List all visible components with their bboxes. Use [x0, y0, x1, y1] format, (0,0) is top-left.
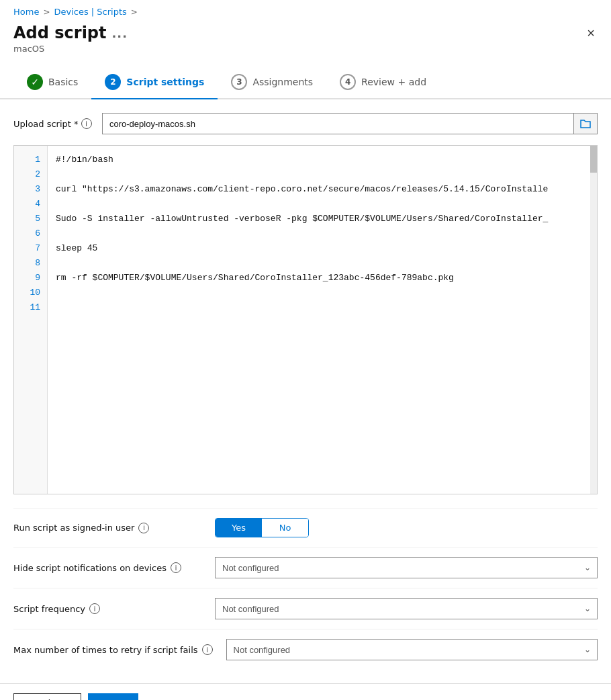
breadcrumb-home[interactable]: Home [13, 7, 39, 17]
upload-script-label-text: Upload script * [13, 119, 79, 129]
breadcrumb-sep2: > [131, 7, 138, 17]
frequency-label: Script frequency i [13, 603, 201, 614]
close-button[interactable]: × [584, 24, 598, 42]
steps-bar: ✓ Basics 2 Script settings 3 Assignments… [0, 60, 611, 99]
upload-script-input[interactable] [102, 113, 573, 134]
signed-in-user-control: Yes No [215, 518, 598, 537]
code-line [56, 197, 589, 212]
step-3-num: 3 [231, 74, 247, 90]
code-line: rm -rf $COMPUTER/$VOLUME/Users/Shared/Co… [56, 271, 589, 286]
frequency-control: Not configured Every 1 hour Every 6 hour… [215, 598, 598, 619]
hide-notifications-label: Hide script notifications on devices i [13, 562, 201, 573]
page-title-text: Add script [13, 24, 107, 42]
code-line [56, 286, 589, 300]
line-number: 7 [28, 241, 47, 256]
next-button[interactable]: Next [88, 693, 138, 700]
main-content: Upload script * i 1234567891011 #!/bin/b… [0, 99, 611, 683]
frequency-info-icon[interactable]: i [89, 603, 100, 614]
hide-notifications-info-icon[interactable]: i [171, 562, 181, 573]
setting-hide-notifications-row: Hide script notifications on devices i N… [13, 547, 598, 588]
line-number: 3 [28, 182, 47, 197]
line-number: 11 [23, 300, 47, 315]
step-4-num: 4 [340, 74, 356, 90]
page-subtitle: macOS [13, 44, 128, 54]
step-assignments[interactable]: 3 Assignments [218, 67, 326, 99]
retry-info-icon[interactable]: i [202, 644, 213, 655]
signed-in-user-label-text: Run script as signed-in user [13, 523, 134, 533]
retry-control: Not configured 1 2 3 ⌄ [226, 639, 598, 660]
more-options-button[interactable]: ... [112, 26, 128, 40]
hide-notifications-label-text: Hide script notifications on devices [13, 563, 167, 573]
step-1-checkmark: ✓ [27, 74, 43, 90]
step-basics[interactable]: ✓ Basics [13, 67, 91, 99]
signed-in-user-info-icon[interactable]: i [138, 523, 149, 533]
toggle-yes[interactable]: Yes [216, 519, 262, 537]
step-3-label: Assignments [252, 77, 313, 87]
step-4-label: Review + add [361, 77, 426, 87]
retry-select[interactable]: Not configured 1 2 3 [226, 639, 598, 660]
frequency-select[interactable]: Not configured Every 1 hour Every 6 hour… [215, 598, 598, 619]
line-numbers: 1234567891011 [14, 146, 48, 494]
hide-notifications-control: Not configured Yes No ⌄ [215, 557, 598, 578]
header-left: Add script ... macOS [13, 24, 128, 54]
step-2-num: 2 [105, 74, 121, 90]
line-number: 10 [23, 286, 47, 300]
step-1-label: Basics [48, 77, 78, 87]
setting-signed-in-user-row: Run script as signed-in user i Yes No [13, 508, 598, 547]
signed-in-user-label: Run script as signed-in user i [13, 523, 201, 533]
breadcrumb-devices-scripts[interactable]: Devices | Scripts [54, 7, 126, 17]
breadcrumb: Home > Devices | Scripts > [0, 0, 611, 21]
code-line: #!/bin/bash [56, 152, 589, 167]
code-line [56, 300, 589, 315]
step-review-add[interactable]: 4 Review + add [326, 67, 440, 99]
hide-notifications-select[interactable]: Not configured Yes No [215, 557, 598, 578]
retry-label-text: Max number of times to retry if script f… [13, 645, 198, 655]
code-scrollbar-thumb[interactable] [590, 146, 597, 173]
line-number: 5 [28, 212, 47, 226]
frequency-label-text: Script frequency [13, 604, 85, 614]
code-line [56, 226, 589, 241]
line-number: 1 [28, 152, 47, 167]
previous-button[interactable]: Previous [13, 693, 81, 700]
step-2-label: Script settings [126, 77, 204, 87]
line-number: 9 [28, 271, 47, 286]
upload-script-label: Upload script * i [13, 118, 94, 129]
signed-in-user-toggle[interactable]: Yes No [215, 518, 309, 537]
line-number: 4 [28, 197, 47, 212]
settings-section: Run script as signed-in user i Yes No Hi… [13, 508, 598, 683]
line-number: 6 [28, 226, 47, 241]
upload-file-button[interactable] [573, 113, 598, 134]
code-scrollbar[interactable] [590, 146, 597, 494]
code-line [56, 167, 589, 182]
page-header: Add script ... macOS × [0, 21, 611, 60]
toggle-no[interactable]: No [262, 519, 308, 537]
code-editor: 1234567891011 #!/bin/bash curl "https://… [13, 145, 598, 494]
setting-frequency-row: Script frequency i Not configured Every … [13, 588, 598, 629]
retry-label: Max number of times to retry if script f… [13, 644, 213, 655]
code-line: curl "https://s3.amazonaws.com/client-re… [56, 182, 589, 197]
upload-script-row: Upload script * i [13, 113, 598, 134]
setting-retry-row: Max number of times to retry if script f… [13, 629, 598, 670]
line-number: 8 [28, 256, 47, 271]
upload-input-row [102, 113, 598, 134]
code-content[interactable]: #!/bin/bash curl "https://s3.amazonaws.c… [48, 146, 597, 494]
folder-icon [579, 118, 592, 130]
code-line [56, 256, 589, 271]
upload-script-info-icon[interactable]: i [81, 118, 92, 129]
breadcrumb-sep1: > [43, 7, 50, 17]
page-title: Add script ... [13, 24, 128, 42]
line-number: 2 [28, 167, 47, 182]
footer: Previous Next [0, 683, 611, 700]
step-script-settings[interactable]: 2 Script settings [91, 67, 218, 99]
code-line: sleep 45 [56, 241, 589, 256]
code-line: Sudo -S installer -allowUntrusted -verbo… [56, 212, 589, 226]
